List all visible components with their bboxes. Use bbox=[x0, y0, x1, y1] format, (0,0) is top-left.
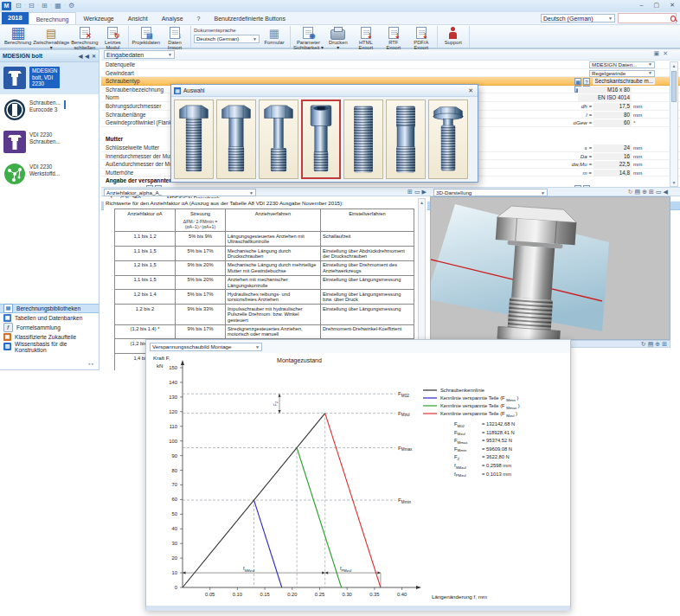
restore-pane-icon[interactable]: ▣ bbox=[654, 50, 660, 57]
rotate-icon[interactable]: ↻ bbox=[641, 341, 646, 348]
sidebar-item-berechnungsbibliotheken[interactable]: ▤Berechnungsbibliotheken bbox=[0, 304, 99, 313]
ribbon-tab-berechnung[interactable]: Berechnung bbox=[29, 12, 77, 24]
ribbon-button-projektdaten[interactable]: ▤Projektdaten bbox=[132, 26, 160, 45]
field-value[interactable]: 16 bbox=[593, 153, 632, 160]
sidebar-module-3[interactable]: VDI 2230 Werkstoffd... bbox=[0, 158, 99, 190]
bolt-select-icon[interactable]: ▦ bbox=[574, 78, 581, 85]
app-version-button[interactable]: 2018 bbox=[2, 12, 29, 24]
minimize-button[interactable]: ‒ bbox=[640, 2, 644, 9]
ribbon-button-drucken[interactable]: Drucken ▾ bbox=[325, 26, 351, 50]
table-row[interactable]: 1,2 bis 29% bis 33%Impulsschrauber mit h… bbox=[115, 305, 414, 324]
chart-window-header[interactable]: Verspannungsschaubild Montage▼ bbox=[146, 340, 570, 353]
sidebar-item-tabellen-und-datenbanken[interactable]: ▦Tabellen und Datenbanken bbox=[0, 313, 99, 323]
ribbon-button-parameter[interactable]: ◉Parameter Sichtbarkeit ▾ bbox=[293, 26, 324, 50]
dock-icon[interactable]: ◀ bbox=[85, 53, 89, 59]
sidebar-module-2[interactable]: VDI 2230 Schrauben... bbox=[0, 126, 99, 158]
table-row[interactable]: 1,2 bis 1,59% bis 20%Mechanische Längung… bbox=[115, 260, 414, 275]
table-row[interactable]: 1,2 bis 1,45% bis 17%Hydraulisches reibu… bbox=[115, 290, 414, 305]
stud-plain-middle[interactable] bbox=[386, 99, 426, 179]
search-box[interactable] bbox=[618, 13, 677, 23]
form-scrollbar[interactable]: ▲ ▼ bbox=[670, 61, 678, 187]
play-icon[interactable]: ▶ bbox=[422, 189, 427, 196]
ribbon-button-daten[interactable]: ↓Daten Import bbox=[162, 26, 188, 50]
sidebar-resize-grip[interactable]: ▪▪ bbox=[88, 361, 94, 367]
document-language-combo[interactable]: Deutsch (German)▼ bbox=[194, 35, 260, 43]
copy-icon[interactable]: ⊞ bbox=[407, 189, 413, 196]
clipboard-icon[interactable]: ▤ bbox=[648, 341, 654, 348]
field-combo[interactable]: Regelgewinde▼ bbox=[589, 70, 655, 77]
form-row[interactable]: DatenquelleMDESIGN Daten...▼ bbox=[101, 61, 680, 69]
table-row[interactable]: 1,1 bis 1,25% bis 9%Längungsgesteuertes … bbox=[115, 232, 414, 247]
hex-bolt-full-thread[interactable] bbox=[174, 99, 214, 179]
close-sidebar-icon[interactable]: ✕ bbox=[92, 53, 96, 59]
socket-head-screw[interactable] bbox=[301, 99, 341, 179]
scrollbar-thumb[interactable] bbox=[671, 71, 677, 102]
pin-left-icon[interactable]: ◀ bbox=[79, 53, 83, 59]
dialog-titlebar[interactable]: ▦ Auswahl ✕ bbox=[171, 85, 478, 97]
field-combo[interactable]: MDESIGN Daten...▼ bbox=[589, 61, 655, 68]
help-icon[interactable]: ? bbox=[583, 78, 590, 85]
frame-icon[interactable]: ▭ bbox=[656, 189, 662, 196]
zoom-icon[interactable]: ⊕ bbox=[655, 341, 660, 348]
search-input[interactable] bbox=[619, 15, 670, 22]
window-icon[interactable]: ▭ bbox=[414, 189, 420, 196]
input-data-combo[interactable]: Eingabedaten▼ bbox=[104, 50, 175, 59]
field-value[interactable]: 24 bbox=[593, 144, 632, 151]
ribbon-tab-ansicht[interactable]: Ansicht bbox=[121, 12, 155, 24]
dialog-close-icon[interactable]: ✕ bbox=[468, 87, 475, 94]
field-value[interactable]: Sechskantschraube m... bbox=[593, 78, 655, 85]
ribbon-button-zwischenablage[interactable]: ▤Zwischenablage ▾ bbox=[33, 26, 69, 50]
open-icon[interactable]: ⊡ bbox=[16, 2, 22, 10]
collapse-icon[interactable]: ◀ bbox=[664, 189, 668, 196]
hex-flange-bolt[interactable] bbox=[428, 99, 468, 179]
field-value[interactable]: 22,5 bbox=[593, 161, 632, 168]
maximize-button[interactable]: ▢ bbox=[654, 2, 660, 9]
ribbon-button-support[interactable]: Support bbox=[440, 26, 466, 45]
hex-bolt-waisted-shank[interactable] bbox=[259, 99, 298, 179]
close-button[interactable]: ✕ bbox=[670, 2, 675, 9]
table-row[interactable]: 1,1 bis 1,55% bis 17%Mechanische Längung… bbox=[115, 247, 414, 261]
result-table-combo[interactable]: Anziehfaktor_alpha_A_▼ bbox=[104, 189, 256, 196]
save-icon[interactable]: ⊟ bbox=[29, 2, 35, 10]
sidebar-item-wissensbasis-f-r-die-konstruktion[interactable]: ▥Wissensbasis für die Konstruktion bbox=[0, 342, 99, 351]
grid-icon[interactable]: ⊞ bbox=[649, 189, 654, 196]
table-row[interactable]: 1,1 bis 1,55% bis 20%Anziehen mit mechan… bbox=[115, 275, 414, 290]
ribbon-tab-benutzerdefinierte-buttons[interactable]: Benutzerdefinierte Buttons bbox=[208, 12, 293, 24]
stud-full-thread[interactable] bbox=[343, 99, 383, 179]
zoom-icon[interactable]: ⊕ bbox=[642, 189, 647, 196]
ribbon-tab-werkzeuge[interactable]: Werkzeuge bbox=[76, 12, 120, 24]
sidebar-module-1[interactable]: Schrauben... Eurocode 3 bbox=[0, 94, 99, 126]
field-value[interactable]: EN ISO 4014 bbox=[578, 94, 632, 101]
settings-icon[interactable]: ⚙ bbox=[68, 2, 74, 10]
sidebar-item-formelsammlung[interactable]: ƒFormelsammlung bbox=[0, 323, 99, 332]
ribbon-button-pdf-a[interactable]: ⇣PDF/A Export bbox=[408, 26, 434, 50]
grid-icon[interactable]: ▦ bbox=[55, 2, 61, 10]
search-icon[interactable] bbox=[670, 16, 676, 22]
clipboard-icon[interactable]: ▤ bbox=[635, 189, 641, 196]
ribbon-button-letztes[interactable]: ↻Letztes Modul bbox=[99, 26, 125, 50]
hex-bolt-partial-thread[interactable] bbox=[216, 99, 256, 179]
save-all-icon[interactable]: ⊞ bbox=[42, 2, 48, 10]
ribbon-button-rtf[interactable]: ⇣RTF Export bbox=[381, 26, 407, 50]
language-combo-top[interactable]: Deutsch (German)▼ bbox=[541, 14, 615, 22]
field-value[interactable]: 60 bbox=[593, 119, 632, 126]
viewer-combo[interactable]: 3D-Darstellung▼ bbox=[433, 189, 548, 196]
form-row[interactable]: GewindeartRegelgewinde▼ bbox=[101, 69, 680, 78]
ribbon-button-berechnung[interactable]: ▦Berechnung bbox=[4, 26, 31, 45]
sidebar-module-0[interactable]: MDESIGN bolt, VDI 2230 bbox=[0, 62, 99, 94]
rotate-icon[interactable]: ↻ bbox=[628, 189, 633, 196]
field-value[interactable]: M16 x 80 bbox=[578, 87, 632, 93]
ribbon-button-formular[interactable]: ▦Formular bbox=[261, 26, 287, 45]
field-value[interactable]: 17,5 bbox=[593, 103, 632, 110]
grid-icon[interactable]: ⊞ bbox=[662, 341, 667, 348]
viewer-3d[interactable] bbox=[430, 196, 670, 340]
field-value[interactable]: 14,8 bbox=[593, 170, 632, 176]
chart-type-combo[interactable]: Verspannungsschaubild Montage▼ bbox=[150, 343, 262, 351]
field-value[interactable]: 80 bbox=[593, 112, 632, 119]
ribbon-button-html[interactable]: ⇣HTML Export bbox=[353, 26, 379, 50]
table-row[interactable]: (1,2 bis 1,4) *9% bis 17%Streckgrenzgest… bbox=[115, 324, 414, 339]
close-pane-icon[interactable]: ✕ bbox=[663, 50, 668, 57]
ribbon-tab-analyse[interactable]: Analyse bbox=[155, 12, 190, 24]
ribbon-tab--[interactable]: ? bbox=[190, 12, 208, 24]
ribbon-button-berechnung[interactable]: ✕Berechnung schließen bbox=[71, 26, 98, 50]
